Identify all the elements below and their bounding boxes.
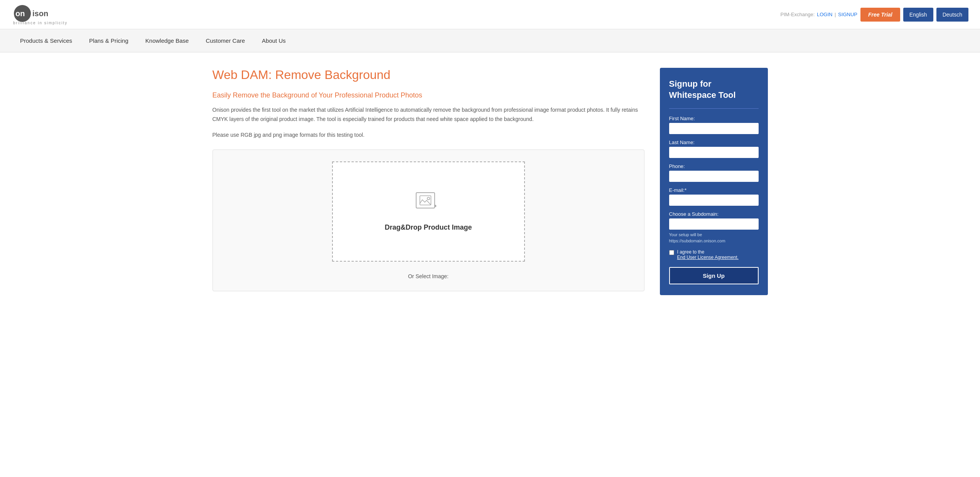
free-trial-button[interactable]: Free Trial (860, 8, 900, 22)
signup-title: Signup for Whitespace Tool (669, 79, 759, 101)
agree-text: I agree to the (677, 249, 705, 255)
svg-text:ison: ison (32, 9, 48, 18)
logo-area: on ison brilliance in simplicity (12, 4, 73, 25)
svg-point-6 (435, 205, 436, 207)
phone-group: Phone: (669, 163, 759, 182)
nav-knowledge[interactable]: Knowledge Base (137, 30, 197, 51)
or-select-label: Or Select Image: (408, 273, 449, 279)
nav-products[interactable]: Products & Services (12, 30, 81, 51)
subdomain-group: Choose a Subdomain: Your setup will be h… (669, 211, 759, 244)
last-name-input[interactable] (669, 147, 759, 158)
first-name-label: First Name: (669, 116, 759, 121)
agree-checkbox[interactable] (669, 250, 674, 255)
pim-login-link[interactable]: LOGIN (817, 12, 832, 17)
phone-input[interactable] (669, 171, 759, 182)
pim-exchange-links: PIM-Exchange: LOGIN | SIGNUP (779, 12, 857, 17)
content-left: Web DAM: Remove Background Easily Remove… (213, 68, 644, 295)
logo-subtitle: brilliance in simplicity (13, 21, 67, 25)
signup-button[interactable]: Sign Up (669, 267, 759, 284)
last-name-label: Last Name: (669, 139, 759, 145)
subdomain-info: Your setup will be https://subdomain.oni… (669, 232, 759, 244)
nav-bar: Products & Services Plans & Pricing Know… (0, 29, 980, 52)
logo-svg: on ison (12, 4, 73, 23)
first-name-group: First Name: (669, 116, 759, 134)
nav-care[interactable]: Customer Care (197, 30, 253, 51)
pim-label: PIM-Exchange: (780, 12, 815, 17)
nav-about[interactable]: About Us (253, 30, 294, 51)
subdomain-label: Choose a Subdomain: (669, 211, 759, 217)
drop-zone-label: Drag&Drop Product Image (385, 223, 472, 232)
top-bar: on ison brilliance in simplicity PIM-Exc… (0, 0, 980, 29)
phone-label: Phone: (669, 163, 759, 169)
pim-signup-link[interactable]: SIGNUP (838, 12, 857, 17)
rgb-note: Please use RGB jpg and png image formats… (213, 132, 644, 138)
nav-plans[interactable]: Plans & Pricing (81, 30, 137, 51)
main-content: Web DAM: Remove Background Easily Remove… (201, 52, 779, 311)
agree-text-block: I agree to the End User License Agreemen… (677, 249, 739, 260)
email-input[interactable] (669, 195, 759, 206)
svg-text:on: on (15, 9, 25, 18)
subtitle: Easily Remove the Background of Your Pro… (213, 91, 644, 99)
signup-sidebar: Signup for Whitespace Tool First Name: L… (660, 68, 768, 295)
description: Onison provides the first tool on the ma… (213, 106, 644, 124)
email-group: E-mail:* (669, 187, 759, 206)
logo-container: on ison brilliance in simplicity (12, 4, 73, 25)
english-lang-button[interactable]: English (903, 8, 933, 22)
last-name-group: Last Name: (669, 139, 759, 158)
image-placeholder-icon (413, 191, 444, 217)
deutsch-lang-button[interactable]: Deutsch (936, 8, 968, 22)
agree-row: I agree to the End User License Agreemen… (669, 249, 759, 260)
email-label: E-mail:* (669, 187, 759, 193)
first-name-input[interactable] (669, 123, 759, 134)
page-title: Web DAM: Remove Background (213, 68, 644, 82)
signup-divider (669, 108, 759, 109)
eula-link[interactable]: End User License Agreement. (677, 255, 739, 260)
subdomain-input[interactable] (669, 218, 759, 230)
drop-zone[interactable]: Drag&Drop Product Image (332, 161, 525, 262)
pim-separator: | (835, 12, 836, 17)
drop-zone-container: Drag&Drop Product Image Or Select Image: (213, 149, 644, 291)
